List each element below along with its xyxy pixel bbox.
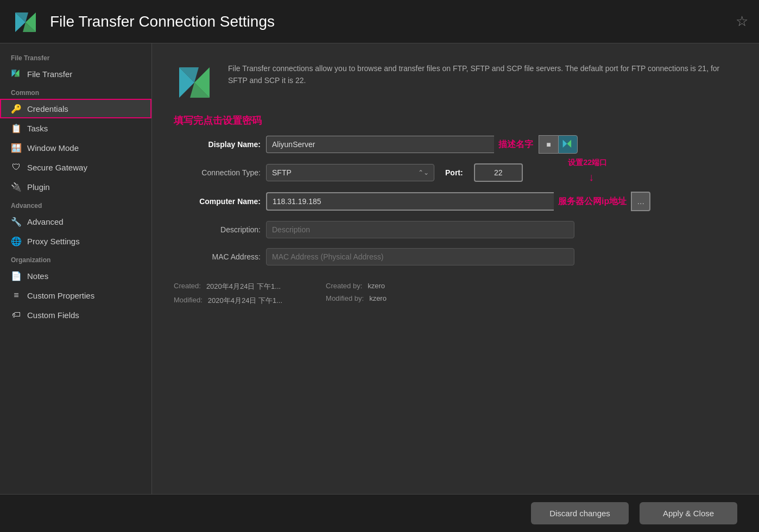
mac-address-input[interactable] — [266, 248, 574, 265]
computer-name-input-group: 服务器公网ip地址 … — [266, 192, 650, 211]
created-by-meta: Created by: kzero — [326, 282, 387, 290]
meta-col-right: Created by: kzero Modified by: kzero — [326, 282, 387, 306]
connection-type-select[interactable]: FTP SFTP SCP — [266, 164, 434, 181]
connection-type-group: FTP SFTP SCP ⌃⌄ Port: — [266, 163, 523, 182]
dark-square-icon: ■ — [546, 140, 551, 149]
tasks-icon: 📋 — [11, 123, 22, 134]
sidebar-item-custom-fields-label: Custom Fields — [27, 311, 79, 320]
created-value: 2020年4月24日 下午1... — [206, 282, 281, 292]
footer: Discard changes Apply & Close — [0, 494, 759, 532]
modified-label: Modified: — [174, 296, 203, 306]
modified-by-meta: Modified by: kzero — [326, 294, 387, 302]
sidebar-item-credentials-label: Credentials — [27, 104, 68, 113]
window-icon: 🪟 — [11, 142, 22, 153]
sidebar-item-advanced[interactable]: 🔧 Advanced — [0, 212, 151, 231]
sidebar-section-organization: Organization — [0, 251, 151, 266]
display-name-row: Display Name: 描述名字 ■ — [174, 135, 737, 154]
display-name-input-group: 描述名字 ■ — [266, 135, 578, 154]
sidebar-item-plugin-label: Plugin — [27, 182, 50, 192]
port-input[interactable] — [474, 163, 523, 182]
computer-name-input[interactable] — [266, 192, 554, 211]
header: File Transfer Connection Settings ☆ — [0, 0, 759, 43]
key-icon: 🔑 — [11, 103, 22, 114]
annotation-fill-text: 填写完点击设置密码 — [174, 114, 737, 127]
sidebar-item-plugin[interactable]: 🔌 Plugin — [0, 177, 151, 197]
svg-marker-12 — [563, 140, 567, 148]
globe-icon: 🌐 — [11, 236, 22, 246]
ellipsis-icon: … — [637, 197, 644, 206]
page-title: File Transfer Connection Settings — [50, 13, 736, 30]
wrench-icon: 🔧 — [11, 216, 22, 227]
connection-type-row: Connection Type: FTP SFTP SCP ⌃⌄ Port: — [174, 163, 737, 182]
created-meta: Created: 2020年4月24日 下午1... — [174, 282, 282, 292]
content-area: File Transfer connections allow you to b… — [152, 43, 759, 494]
sidebar: File Transfer File Transfer Common 🔑 Cre… — [0, 43, 152, 494]
sidebar-item-proxy-settings[interactable]: 🌐 Proxy Settings — [0, 231, 151, 251]
meta-info: Created: 2020年4月24日 下午1... Modified: 202… — [174, 282, 737, 306]
sidebar-item-custom-fields[interactable]: 🏷 Custom Fields — [0, 305, 151, 325]
favorite-star-icon[interactable]: ☆ — [736, 13, 748, 30]
meta-col-left: Created: 2020年4月24日 下午1... Modified: 202… — [174, 282, 282, 306]
sidebar-item-notes-label: Notes — [27, 271, 48, 281]
connection-type-select-wrapper: FTP SFTP SCP ⌃⌄ — [266, 164, 434, 181]
sidebar-item-window-mode[interactable]: 🪟 Window Mode — [0, 138, 151, 157]
modified-by-label: Modified by: — [326, 294, 364, 302]
info-description: File Transfer connections allow you to b… — [228, 60, 737, 87]
sidebar-item-window-mode-label: Window Mode — [27, 143, 79, 153]
sidebar-item-credentials[interactable]: 🔑 Credentials — [0, 99, 151, 118]
display-name-label: Display Name: — [174, 140, 261, 149]
info-section: File Transfer connections allow you to b… — [174, 60, 737, 103]
sidebar-item-custom-properties[interactable]: ≡ Custom Properties — [0, 286, 151, 305]
sidebar-item-tasks-label: Tasks — [27, 124, 48, 133]
sidebar-section-advanced: Advanced — [0, 197, 151, 212]
port-label: Port: — [445, 168, 463, 177]
display-name-logo-button[interactable] — [558, 135, 578, 154]
description-label: Description: — [174, 225, 261, 234]
modified-by-value: kzero — [369, 294, 387, 302]
discard-button[interactable]: Discard changes — [531, 502, 629, 524]
modified-meta: Modified: 2020年4月24日 下午1... — [174, 296, 282, 306]
sidebar-item-tasks[interactable]: 📋 Tasks — [0, 118, 151, 138]
svg-marker-13 — [567, 140, 571, 148]
apply-close-button[interactable]: Apply & Close — [640, 502, 737, 524]
description-row: Description: — [174, 221, 737, 238]
tag-icon: 🏷 — [11, 309, 22, 320]
sidebar-item-secure-gateway[interactable]: 🛡 Secure Gateway — [0, 157, 151, 177]
display-name-annotation: 描述名字 — [498, 139, 533, 150]
mac-address-label: MAC Address: — [174, 252, 261, 261]
computer-annotation-text: 服务器公网ip地址 — [558, 196, 627, 207]
created-label: Created: — [174, 282, 201, 292]
created-by-value: kzero — [368, 282, 385, 290]
file-transfer-icon — [11, 68, 22, 79]
sidebar-item-proxy-settings-label: Proxy Settings — [27, 237, 80, 246]
modified-value: 2020年4月24日 下午1... — [208, 296, 282, 306]
description-input[interactable] — [266, 221, 574, 238]
sidebar-section-common: Common — [0, 84, 151, 99]
display-name-dark-button[interactable]: ■ — [539, 135, 558, 154]
sidebar-section-file-transfer: File Transfer — [0, 49, 151, 64]
sidebar-item-notes[interactable]: 📄 Notes — [0, 266, 151, 286]
port-annotation-text: 设置22端口 — [568, 158, 607, 168]
main-layout: File Transfer File Transfer Common 🔑 Cre… — [0, 43, 759, 494]
sidebar-item-file-transfer[interactable]: File Transfer — [0, 64, 151, 84]
computer-name-row: Computer Name: 服务器公网ip地址 … — [174, 192, 737, 211]
list-icon: ≡ — [11, 290, 22, 301]
shield-icon: 🛡 — [11, 162, 22, 173]
app-logo — [11, 7, 40, 36]
computer-name-label: Computer Name: — [174, 197, 261, 206]
sidebar-item-secure-gateway-label: Secure Gateway — [27, 163, 87, 172]
mac-address-row: MAC Address: — [174, 248, 737, 265]
computer-name-browse-button[interactable]: … — [631, 192, 650, 211]
display-name-input[interactable] — [266, 136, 494, 153]
sidebar-item-custom-properties-label: Custom Properties — [27, 291, 94, 300]
sidebar-item-advanced-label: Advanced — [27, 217, 64, 226]
port-arrow-icon: ↓ — [589, 171, 594, 183]
connection-type-label: Connection Type: — [174, 168, 261, 177]
content-logo — [174, 60, 217, 103]
plugin-icon: 🔌 — [11, 181, 22, 192]
sidebar-item-file-transfer-label: File Transfer — [27, 69, 72, 79]
created-by-label: Created by: — [326, 282, 362, 290]
notes-icon: 📄 — [11, 270, 22, 281]
